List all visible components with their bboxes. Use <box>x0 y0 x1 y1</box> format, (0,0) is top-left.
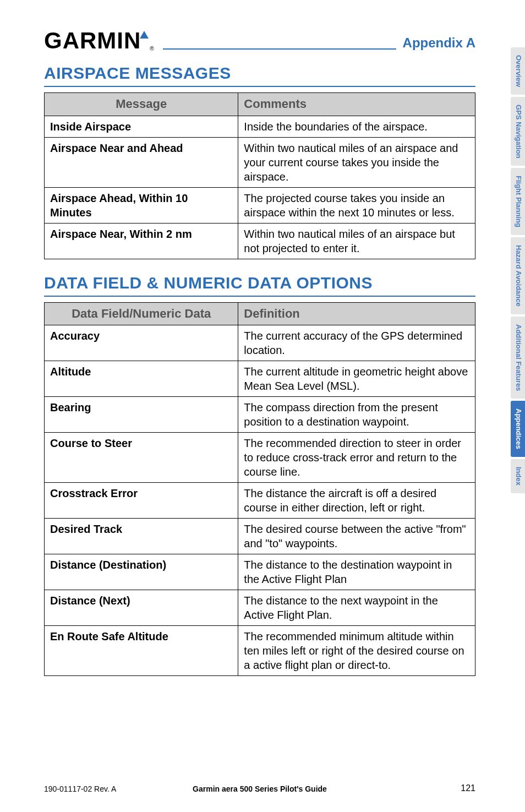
row-definition: The distance to the next waypoint in the… <box>238 590 475 626</box>
datafields-heading: DATA FIELD & NUMERIC DATA OPTIONS <box>44 274 475 292</box>
row-label: Altitude <box>45 361 238 397</box>
page-header: GARMIN ® Appendix A <box>44 28 475 54</box>
row-definition: The current accuracy of the GPS determin… <box>238 325 475 361</box>
tab-appendices[interactable]: Appendices <box>511 401 525 457</box>
row-definition: The compass direction from the present p… <box>238 397 475 433</box>
table-row: En Route Safe Altitude The recommended m… <box>45 626 475 676</box>
row-label: Airspace Ahead, Within 10 Minutes <box>45 187 238 223</box>
table-row: Distance (Destination) The distance to t… <box>45 554 475 590</box>
datafields-col2-header: Definition <box>238 302 475 325</box>
table-row: Airspace Near and Ahead Within two nauti… <box>45 137 475 187</box>
row-label: Airspace Near, Within 2 nm <box>45 223 238 259</box>
table-row: Distance (Next) The distance to the next… <box>45 590 475 626</box>
row-label: Distance (Next) <box>45 590 238 626</box>
row-label: Bearing <box>45 397 238 433</box>
table-row: Airspace Near, Within 2 nm Within two na… <box>45 223 475 259</box>
section-rule <box>44 296 475 297</box>
row-label: Accuracy <box>45 325 238 361</box>
table-header-row: Data Field/Numeric Data Definition <box>45 302 475 325</box>
tab-index[interactable]: Index <box>511 459 525 493</box>
tab-additional-features[interactable]: Additional Features <box>511 317 525 399</box>
brand-logo: GARMIN ® <box>44 28 154 54</box>
footer-guide-title: Garmin aera 500 Series Pilot's Guide <box>193 784 327 793</box>
row-definition: Inside the boundaries of the airspace. <box>238 116 475 137</box>
row-definition: The recommended direction to steer in or… <box>238 433 475 483</box>
row-definition: The distance the aircraft is off a desir… <box>238 483 475 519</box>
table-row: Altitude The current altitude in geometr… <box>45 361 475 397</box>
row-definition: The distance to the destination waypoint… <box>238 554 475 590</box>
tab-gps-navigation[interactable]: GPS Navigation <box>511 97 525 166</box>
row-definition: The desired course between the active "f… <box>238 519 475 554</box>
airspace-heading: AIRSPACE MESSAGES <box>44 64 475 83</box>
tab-overview[interactable]: Overview <box>511 47 525 95</box>
table-row: Inside Airspace Inside the boundaries of… <box>45 116 475 137</box>
row-label: En Route Safe Altitude <box>45 626 238 676</box>
appendix-title: Appendix A <box>403 35 475 51</box>
row-definition: The current altitude in geometric height… <box>238 361 475 397</box>
airspace-col1-header: Message <box>45 93 238 116</box>
page-footer: 190-01117-02 Rev. A Garmin aera 500 Seri… <box>44 783 475 793</box>
side-tabs: Overview GPS Navigation Flight Planning … <box>511 47 525 495</box>
datafields-col1-header: Data Field/Numeric Data <box>45 302 238 325</box>
row-definition: Within two nautical miles of an airspace… <box>238 223 475 259</box>
row-label: Course to Steer <box>45 433 238 483</box>
footer-doc-rev: 190-01117-02 Rev. A <box>44 784 116 793</box>
row-definition: Within two nautical miles of an airspace… <box>238 137 475 187</box>
row-definition: The recommended minimum altitude within … <box>238 626 475 676</box>
row-label: Crosstrack Error <box>45 483 238 519</box>
table-row: Accuracy The current accuracy of the GPS… <box>45 325 475 361</box>
table-row: Airspace Ahead, Within 10 Minutes The pr… <box>45 187 475 223</box>
header-rule <box>163 48 396 50</box>
page-container: GARMIN ® Appendix A AIRSPACE MESSAGES Me… <box>0 0 525 812</box>
footer-page-number: 121 <box>461 783 475 793</box>
tab-hazard-avoidance[interactable]: Hazard Avoidance <box>511 237 525 314</box>
table-row: Course to Steer The recommended directio… <box>45 433 475 483</box>
section-rule <box>44 86 475 87</box>
brand-triangle-icon <box>140 31 149 39</box>
brand-text: GARMIN <box>44 28 141 54</box>
row-label: Airspace Near and Ahead <box>45 137 238 187</box>
row-label: Distance (Destination) <box>45 554 238 590</box>
airspace-col2-header: Comments <box>238 93 475 116</box>
table-row: Desired Track The desired course between… <box>45 519 475 554</box>
table-header-row: Message Comments <box>45 93 475 116</box>
row-definition: The projected course takes you inside an… <box>238 187 475 223</box>
airspace-table: Message Comments Inside Airspace Inside … <box>44 92 475 259</box>
datafields-table: Data Field/Numeric Data Definition Accur… <box>44 302 475 677</box>
table-row: Crosstrack Error The distance the aircra… <box>45 483 475 519</box>
tab-flight-planning[interactable]: Flight Planning <box>511 168 525 235</box>
row-label: Inside Airspace <box>45 116 238 137</box>
registered-mark: ® <box>150 46 154 52</box>
table-row: Bearing The compass direction from the p… <box>45 397 475 433</box>
row-label: Desired Track <box>45 519 238 554</box>
